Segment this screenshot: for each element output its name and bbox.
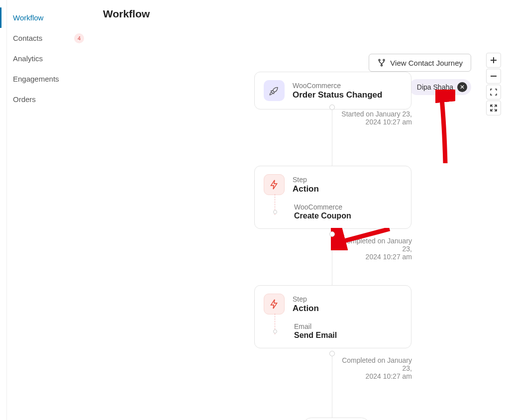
contacts-badge: 4 [74,33,84,43]
sidebar-item-workflow[interactable]: Workflow [0,7,97,28]
plus-icon [490,57,497,64]
action2-step-label: Step [293,295,319,303]
connector-dot [329,231,335,237]
svg-point-1 [383,59,385,61]
contact-chip-name: Dipa Shaha [417,83,453,91]
svg-point-2 [381,65,383,66]
svg-point-0 [379,59,380,61]
action1-step-title: Action [293,184,319,194]
fit-screen-button[interactable] [486,85,501,100]
action1-timestamp: Completed on January 23, 2024 10:27 am [337,237,412,261]
sidebar-item-orders[interactable]: Orders [1,89,97,109]
connector-line [332,237,332,285]
minus-icon [490,73,497,80]
trigger-category: WooCommerce [293,82,382,90]
trigger-title: Order Status Changed [293,90,382,100]
contact-chip-close[interactable]: ✕ [457,82,467,92]
action1-step-label: Step [293,176,319,184]
action2-step-title: Action [293,304,319,314]
sub-dot [273,329,277,333]
trigger-timestamp: Started on January 23, 2024 10:27 am [337,110,412,126]
sidebar-item-contacts[interactable]: Contacts 4 [1,28,97,48]
fullscreen-button[interactable] [486,101,501,115]
end-automation-node[interactable]: End Automation [303,418,370,420]
contact-filter-chip: Dipa Shaha ✕ [409,79,471,95]
sidebar-item-analytics[interactable]: Analytics [1,48,97,69]
workflow-action-node-2[interactable]: Step Action Email Send Email [254,285,411,348]
expand-corners-icon [490,89,497,96]
connector-dot [329,351,335,356]
connector-dot [329,105,335,110]
branch-icon [377,58,386,67]
action2-sub-category: Email [294,322,337,330]
workflow-trigger-node[interactable]: WooCommerce Order Status Changed [254,72,411,109]
workflow-action-node-1[interactable]: Step Action WooCommerce Create Coupon [254,166,411,229]
zoom-in-button[interactable] [486,53,501,68]
connector-line [332,356,332,418]
bolt-icon [264,294,285,315]
arrows-out-icon [490,105,497,111]
action2-timestamp: Completed on January 23, 2024 10:27 am [337,356,412,380]
view-contact-journey-label: View Contact Journey [390,59,463,67]
zoom-controls [486,53,501,116]
sidebar-item-label: Contacts [13,34,42,42]
view-contact-journey-button[interactable]: View Contact Journey [369,54,471,72]
page-title: Workflow [103,8,506,20]
bolt-icon [264,174,285,195]
zoom-out-button[interactable] [486,69,501,84]
action1-sub-title: Create Coupon [294,211,351,220]
rocket-icon [264,80,285,101]
sidebar: Workflow Contacts 4 Analytics Engagement… [0,0,97,420]
connector-line [332,110,332,166]
action1-sub-category: WooCommerce [294,203,351,211]
annotation-arrow-1 [435,90,455,164]
action2-sub-title: Send Email [294,331,337,340]
sidebar-item-engagements[interactable]: Engagements [1,69,97,89]
sub-dot [273,210,277,214]
